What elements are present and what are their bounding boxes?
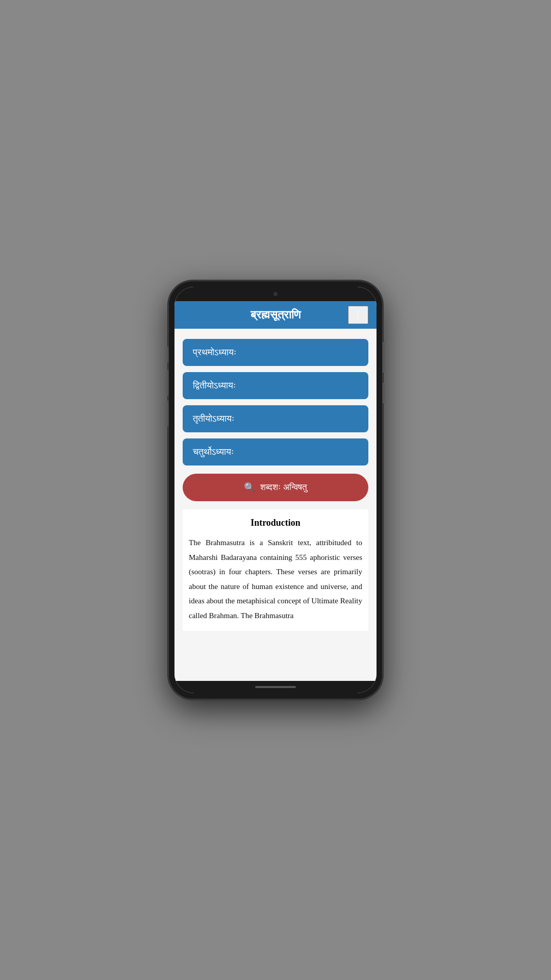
volume-up-button: [166, 347, 168, 362]
overflow-menu-button[interactable]: ⋮: [348, 306, 368, 324]
phone-screen: ब्रह्मसूत्राणि ⋮ प्रथमोऽध्यायः द्वितीयोऽ…: [174, 287, 377, 693]
app-title: ब्रह्मसूत्राणि: [251, 308, 300, 322]
introduction-title: Introduction: [189, 518, 362, 528]
introduction-text: The Brahmasutra is a Sanskrit text, attr…: [189, 535, 362, 623]
phone-shell: ब्रह्मसूत्राणि ⋮ प्रथमोऽध्यायः द्वितीयोऽ…: [168, 281, 383, 699]
chapter-4-button[interactable]: चतुर्थोऽध्यायः: [183, 438, 368, 465]
search-label: शब्दशः अन्विषतु: [260, 482, 307, 493]
chapter-2-button[interactable]: द्वितीयोऽध्यायः: [183, 372, 368, 399]
search-button[interactable]: 🔍 शब्दशः अन्विषतु: [183, 474, 368, 501]
main-content: प्रथमोऽध्यायः द्वितीयोऽध्यायः तृतीयोऽध्य…: [174, 329, 377, 681]
chapter-1-button[interactable]: प्रथमोऽध्यायः: [183, 339, 368, 366]
phone-top-bar: [174, 287, 377, 301]
camera-button: [166, 401, 168, 426]
chapter-3-button[interactable]: तृतीयोऽध्यायः: [183, 405, 368, 432]
front-camera: [273, 292, 278, 296]
home-indicator: [255, 686, 296, 688]
search-icon: 🔍: [244, 482, 255, 493]
app-header: ब्रह्मसूत्राणि ⋮: [174, 301, 377, 329]
phone-bottom-bar: [174, 681, 377, 693]
introduction-section: Introduction The Brahmasutra is a Sanskr…: [183, 509, 368, 631]
volume-down-button: [166, 370, 168, 396]
